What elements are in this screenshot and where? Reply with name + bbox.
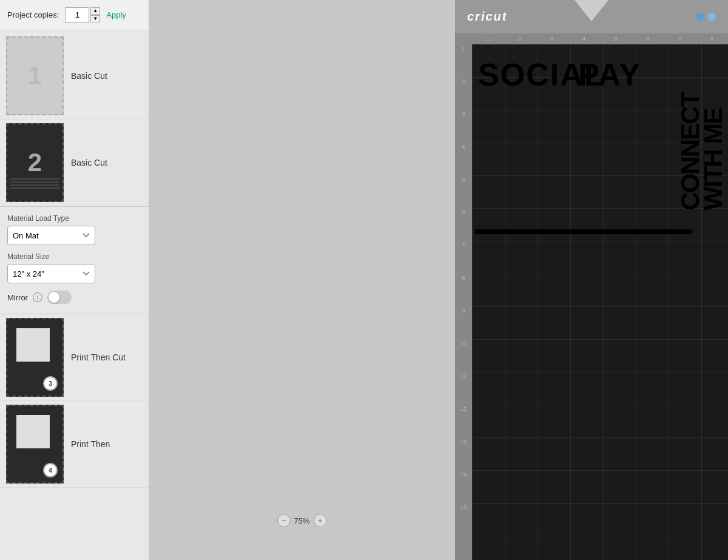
zoom-level: 75% (294, 516, 309, 525)
ruler-top-4: 4 (568, 33, 600, 44)
mat-thumbnail-4: 4 (6, 405, 64, 484)
ruler-side-6: 6 (455, 208, 472, 241)
copies-input-group: ▲ ▼ (65, 7, 100, 23)
mirror-label: Mirror (7, 293, 28, 302)
qr-badge-3: 3 (43, 376, 58, 391)
dot-1 (696, 13, 704, 21)
ruler-side-3: 3 (455, 110, 472, 143)
ruler-side-14: 14 (455, 470, 472, 503)
mat-item-2[interactable]: 2 Basic Cut (0, 120, 149, 206)
material-load-row: Material Load Type On Mat Without Mat (7, 214, 141, 245)
mat-label-1: Basic Cut (71, 71, 143, 81)
ruler-top-3: 3 (536, 33, 568, 44)
ruler-top-1: 1 (472, 33, 504, 44)
ruler-side-12: 12 (455, 405, 472, 437)
material-size-label: Material Size (7, 252, 141, 261)
qr-inner-4 (16, 415, 50, 448)
mat-item-3[interactable]: 3 Print Then Cut (0, 314, 149, 401)
mat-label-4: Print Then (71, 439, 143, 449)
copies-up-button[interactable]: ▲ (90, 7, 100, 15)
cricut-logo: cricut (467, 10, 507, 24)
zoom-increase-button[interactable]: + (314, 514, 327, 527)
ruler-top-2: 2 (504, 33, 536, 44)
material-size-row: Material Size 12" x 24" 12" x 12" 12" x … (7, 252, 141, 283)
qr-inner-3 (16, 328, 50, 362)
cricut-header: cricut (455, 0, 728, 33)
ruler-wrapper: 1 2 3 4 5 6 7 8 1 2 3 4 5 6 7 8 9 (455, 33, 728, 560)
connect-text: CONNECTWITH ME (679, 93, 725, 211)
ruler-side-15: 15 (455, 503, 472, 536)
zoom-control: − 75% + (271, 511, 332, 530)
material-load-select[interactable]: On Mat Without Mat (7, 226, 95, 245)
ruler-side-8: 8 (455, 274, 472, 306)
zoom-decrease-button[interactable]: − (277, 514, 290, 527)
cricut-panel: cricut 1 2 3 4 5 6 7 8 1 (455, 0, 728, 560)
mirror-info-icon[interactable]: i (33, 292, 42, 302)
material-load-label: Material Load Type (7, 214, 141, 223)
copies-spinners: ▲ ▼ (90, 7, 100, 22)
toggle-knob (49, 292, 59, 303)
left-panel: Project copies: ▲ ▼ Apply 1 Basic Cut 2 (0, 0, 149, 560)
ruler-side-9: 9 (455, 306, 472, 339)
mat-content: SOCIAL PAY CONNECTWITH ME (472, 44, 728, 560)
mat-list: 1 Basic Cut 2 Basic Cut Material Load Ty… (0, 30, 149, 560)
cricut-arrow-icon (575, 0, 608, 21)
mat-thumbnail-1: 1 (6, 36, 64, 115)
ruler-content-row: 1 2 3 4 5 6 7 8 9 10 11 12 13 14 15 SO (455, 44, 728, 560)
mat-item-4[interactable]: 4 Print Then (0, 401, 149, 488)
project-copies-label: Project copies: (7, 10, 59, 19)
ruler-top-5: 5 (600, 33, 632, 44)
side-ruler: 1 2 3 4 5 6 7 8 9 10 11 12 13 14 15 (455, 44, 472, 560)
main-content: − 75% + (149, 0, 455, 560)
mirror-row: Mirror i (7, 291, 141, 304)
ruler-side-10: 10 (455, 339, 472, 372)
ruler-side-7: 7 (455, 241, 472, 274)
ruler-side-4: 4 (455, 143, 472, 175)
bottom-mat-list: 3 Print Then Cut 4 Print Then (0, 314, 149, 488)
ruler-top-7: 7 (664, 33, 696, 44)
cricut-dots (696, 13, 716, 21)
horizontal-line (475, 229, 692, 234)
ruler-top-6: 6 (632, 33, 664, 44)
mirror-toggle[interactable] (47, 291, 72, 304)
copies-input[interactable] (65, 7, 89, 23)
mat-thumbnail-2: 2 (6, 123, 64, 202)
dot-2 (707, 13, 716, 21)
ruler-side-5: 5 (455, 175, 472, 208)
mat-number-1: 1 (28, 61, 42, 90)
ruler-side-13: 13 (455, 437, 472, 470)
material-size-select[interactable]: 12" x 24" 12" x 12" 12" x 16" (7, 264, 95, 283)
apply-button[interactable]: Apply (106, 10, 126, 19)
ruler-side-2: 2 (455, 77, 472, 110)
settings-section: Material Load Type On Mat Without Mat Ma… (0, 206, 149, 314)
ruler-side-11: 11 (455, 372, 472, 405)
qr-badge-4: 4 (43, 463, 58, 477)
top-ruler-nums: 1 2 3 4 5 6 7 8 (472, 33, 728, 44)
copies-down-button[interactable]: ▼ (90, 15, 100, 22)
ruler-top-8: 8 (696, 33, 728, 44)
mat-thumbnail-3: 3 (6, 318, 64, 397)
mat-number-2: 2 (28, 148, 42, 177)
mat-label-3: Print Then Cut (71, 353, 143, 362)
pay-text: PAY (578, 56, 641, 93)
mat-dark-lines (7, 178, 62, 189)
ruler-side-1: 1 (455, 44, 472, 77)
project-copies-bar: Project copies: ▲ ▼ Apply (0, 0, 149, 30)
top-ruler: 1 2 3 4 5 6 7 8 (455, 33, 728, 44)
mat-item-1[interactable]: 1 Basic Cut (0, 33, 149, 120)
mat-area[interactable]: SOCIAL PAY CONNECTWITH ME (472, 44, 728, 560)
mat-label-2: Basic Cut (71, 158, 143, 167)
